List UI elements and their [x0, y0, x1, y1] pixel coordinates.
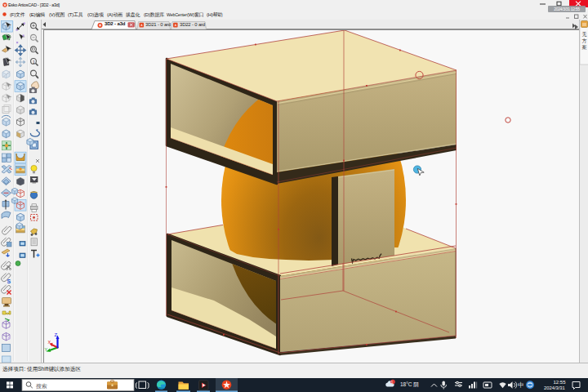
svg-text:Z: Z [55, 332, 58, 337]
svg-text:X: X [48, 340, 51, 345]
svg-text:S: S [7, 278, 11, 284]
svg-text:无: 无 [582, 31, 587, 38]
svg-text:案: 案 [582, 44, 587, 50]
svg-text:Y: Y [45, 347, 48, 352]
svg-text:1: 1 [33, 60, 35, 65]
svg-text:方: 方 [582, 38, 587, 44]
